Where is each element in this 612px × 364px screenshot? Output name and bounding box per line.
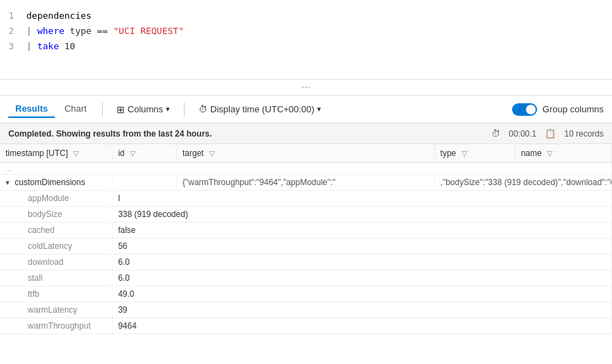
status-message: Completed. Showing results from the last…	[8, 129, 212, 139]
group-columns-group: Group columns	[512, 103, 604, 116]
filter-timestamp-icon[interactable]: ▽	[73, 149, 78, 157]
display-time-button[interactable]: ⏱ Display time (UTC+00:00) ▾	[193, 101, 327, 117]
cd-label: customDimensions	[15, 177, 85, 187]
sub-key-coldlatency: coldLatency	[0, 239, 112, 254]
display-time-label: Display time (UTC+00:00)	[210, 104, 314, 114]
group-columns-toggle[interactable]	[512, 103, 537, 116]
cd-id-cell	[112, 175, 177, 191]
tab-toolbar: Results Chart ⊞ Columns ▾ ⏱ Display time…	[0, 96, 612, 123]
sub-row-bodysize: bodySize 338 (919 decoded)	[0, 207, 612, 223]
sub-val-ttfb: 49.0	[112, 286, 612, 302]
tab-separator	[102, 103, 103, 116]
columns-chevron-icon: ▾	[166, 105, 170, 114]
sub-val-stall: 6.0	[112, 270, 612, 286]
sub-key-warmthroughput: warmThroughput	[0, 318, 112, 334]
sub-row-cached: cached false	[0, 223, 612, 239]
filter-name-icon[interactable]: ▽	[547, 149, 552, 157]
cd-expand-cell[interactable]: ▾ customDimensions	[0, 175, 112, 191]
columns-label: Columns	[128, 104, 163, 114]
records-icon: 📋	[545, 128, 556, 139]
columns-button[interactable]: ⊞ Columns ▾	[111, 101, 176, 118]
sub-key-ttfb: ttfb	[0, 286, 112, 302]
col-header-id[interactable]: id ▽	[112, 144, 177, 163]
custom-dimensions-row[interactable]: ▾ customDimensions {"warmThroughput":"94…	[0, 175, 612, 191]
sub-val-warmlatency: 39	[112, 302, 612, 318]
cd-target-cell: {"warmThroughput":"9464","appModule":"	[177, 175, 435, 191]
sub-row-appmodule: appModule l	[0, 191, 612, 207]
sub-row-ttfb: ttfb 49.0	[0, 286, 612, 302]
sub-key-warmlatency: warmLatency	[0, 302, 112, 318]
results-table-wrapper[interactable]: timestamp [UTC] ▽ id ▽ target ▽ type ▽ n…	[0, 144, 612, 349]
filter-type-icon[interactable]: ▽	[461, 149, 467, 157]
status-bar: Completed. Showing results from the last…	[0, 123, 612, 144]
status-records: 10 records	[564, 129, 604, 139]
sub-val-warmthroughput: 9464	[112, 318, 612, 334]
status-right: ⏱ 00:00.1 📋 10 records	[491, 128, 604, 139]
sub-row-warmthroughput: warmThroughput 9464	[0, 318, 612, 334]
code-line-2: | where type == "UCI REQUEST"	[26, 24, 184, 39]
table-header-row: timestamp [UTC] ▽ id ▽ target ▽ type ▽ n…	[0, 144, 612, 163]
code-content[interactable]: dependencies | where type == "UCI REQUES…	[21, 6, 189, 73]
code-editor[interactable]: 1 2 3 dependencies | where type == "UCI …	[0, 0, 612, 80]
sub-row-stall: stall 6.0	[0, 270, 612, 286]
filter-target-icon[interactable]: ▽	[209, 149, 214, 157]
sub-val-appmodule: l	[112, 191, 612, 207]
col-header-timestamp[interactable]: timestamp [UTC] ▽	[0, 144, 112, 163]
sub-key-stall: stall	[0, 270, 112, 286]
tab-results[interactable]: Results	[8, 101, 55, 118]
columns-icon: ⊞	[117, 104, 125, 115]
cd-type-cell: ,"bodySize":"338 (919 decoded)","downloa…	[434, 175, 611, 191]
sub-row-download: download 6.0	[0, 254, 612, 270]
code-line-3: | take 10	[26, 39, 184, 54]
clock-icon: ⏱	[198, 104, 207, 114]
sub-key-download: download	[0, 254, 112, 270]
sub-key-cached: cached	[0, 223, 112, 239]
group-columns-label: Group columns	[543, 104, 604, 114]
sub-val-download: 6.0	[112, 254, 612, 270]
col-header-target[interactable]: target ▽	[177, 144, 435, 163]
expand-arrow-icon[interactable]: ▾	[6, 178, 10, 187]
col-header-name[interactable]: name ▽	[515, 144, 611, 163]
filter-id-icon[interactable]: ▽	[130, 149, 135, 157]
sub-key-appmodule: appModule	[0, 191, 112, 207]
table-row-collapsed: ...	[0, 163, 612, 175]
sub-row-coldlatency: coldLatency 56	[0, 239, 612, 254]
results-table: timestamp [UTC] ▽ id ▽ target ▽ type ▽ n…	[0, 144, 612, 334]
clock-status-icon: ⏱	[491, 128, 500, 139]
tab-chart[interactable]: Chart	[58, 101, 94, 118]
sub-key-bodysize: bodySize	[0, 207, 112, 223]
sub-val-bodysize: 338 (919 decoded)	[112, 207, 612, 223]
dots-separator: ···	[0, 80, 612, 96]
separator-2	[184, 103, 185, 116]
code-line-1: dependencies	[26, 8, 184, 24]
sub-row-warmlatency: warmLatency 39	[0, 302, 612, 318]
col-header-type[interactable]: type ▽	[434, 144, 515, 163]
status-time: 00:00.1	[509, 129, 536, 139]
display-time-chevron-icon: ▾	[317, 105, 321, 114]
line-numbers: 1 2 3	[0, 6, 21, 73]
sub-val-cached: false	[112, 223, 612, 239]
sub-val-coldlatency: 56	[112, 239, 612, 254]
